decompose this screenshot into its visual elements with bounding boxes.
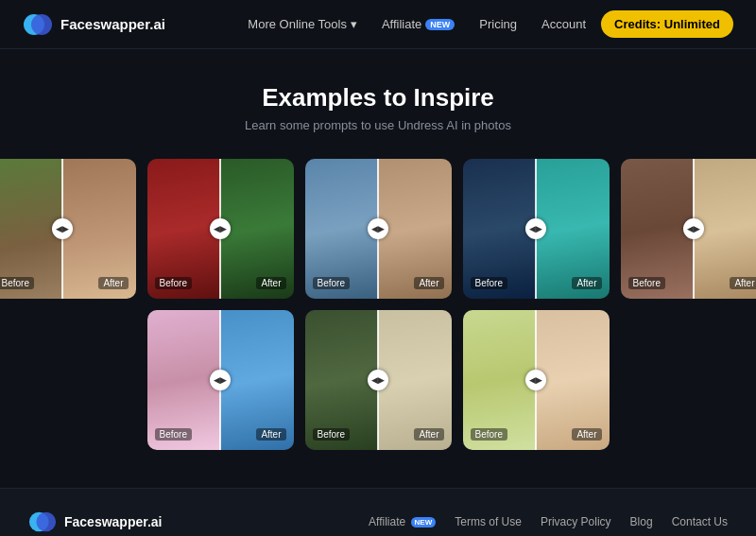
footer-top: Faceswapper.ai Affiliate New Terms of Us…: [28, 508, 728, 536]
footer-logo[interactable]: Faceswapper.ai: [28, 508, 163, 536]
logo-text: Faceswapper.ai: [60, 16, 165, 32]
footer-links: Affiliate New Terms of Use Privacy Polic…: [369, 515, 728, 528]
slider-handle-2[interactable]: ◀▶: [210, 218, 231, 239]
logo-icon: [23, 9, 53, 40]
main-nav: More Online Tools ▾ Affiliate New Pricin…: [238, 10, 733, 38]
slider-handle-7[interactable]: ◀▶: [368, 370, 388, 390]
label-after-8: After: [572, 428, 601, 441]
nav-pricing[interactable]: Pricing: [470, 11, 526, 37]
label-before-5: Before: [628, 277, 665, 289]
footer-link-contact[interactable]: Contact Us: [672, 515, 728, 528]
nav-affiliate[interactable]: Affiliate New: [372, 11, 464, 37]
footer-new-badge: New: [411, 517, 437, 527]
label-after-4: After: [572, 277, 601, 289]
slider-handle-5[interactable]: ◀▶: [683, 218, 704, 239]
compare-card-8[interactable]: ◀▶ Before After: [463, 310, 610, 450]
label-before-3: Before: [313, 277, 350, 289]
compare-card-6[interactable]: ◀▶ Before After: [147, 310, 294, 450]
label-before-4: Before: [471, 277, 507, 289]
label-before-8: Before: [471, 428, 507, 441]
label-after-6: After: [256, 428, 285, 441]
nav-account[interactable]: Account: [532, 11, 595, 37]
slider-handle-3[interactable]: ◀▶: [368, 218, 388, 239]
new-badge: New: [425, 19, 455, 30]
footer-link-blog[interactable]: Blog: [630, 515, 653, 528]
footer-link-affiliate[interactable]: Affiliate New: [369, 515, 436, 528]
label-after-1: After: [98, 277, 128, 289]
compare-card-1[interactable]: ◀▶ Before After: [0, 159, 136, 299]
section-subtitle: Learn some prompts to use Undress AI in …: [23, 118, 733, 132]
label-before-7: Before: [313, 428, 350, 441]
label-after-7: After: [414, 428, 443, 441]
image-row-1: ◀▶ Before After ◀▶ Before After: [0, 159, 756, 299]
label-after-5: After: [730, 277, 756, 289]
chevron-down-icon: ▾: [351, 17, 357, 31]
slider-handle-1[interactable]: ◀▶: [52, 218, 73, 239]
svg-point-1: [31, 14, 52, 35]
logo[interactable]: Faceswapper.ai: [23, 9, 165, 40]
main-content: Examples to Inspire Learn some prompts t…: [0, 49, 756, 488]
nav-more-tools[interactable]: More Online Tools ▾: [238, 11, 367, 37]
compare-card-5[interactable]: ◀▶ Before After: [621, 159, 757, 299]
compare-card-2[interactable]: ◀▶ Before After: [147, 159, 294, 299]
compare-card-7[interactable]: ◀▶ Before After: [305, 310, 452, 450]
footer-logo-text: Faceswapper.ai: [64, 514, 163, 529]
label-before-1: Before: [0, 277, 34, 289]
footer: Faceswapper.ai Affiliate New Terms of Us…: [0, 488, 756, 536]
image-row-2: ◀▶ Before After ◀▶ Before After: [147, 310, 610, 450]
svg-point-3: [36, 512, 56, 532]
label-after-3: After: [414, 277, 443, 289]
footer-link-terms[interactable]: Terms of Use: [455, 515, 522, 528]
footer-link-privacy[interactable]: Privacy Policy: [541, 515, 611, 528]
image-grid: ◀▶ Before After ◀▶ Before After: [23, 159, 733, 450]
label-before-2: Before: [155, 277, 192, 289]
slider-handle-4[interactable]: ◀▶: [525, 218, 546, 239]
footer-logo-icon: [28, 508, 57, 536]
section-title: Examples to Inspire: [23, 83, 733, 112]
compare-card-3[interactable]: ◀▶ Before After: [305, 159, 452, 299]
credits-button[interactable]: Credits: Unlimited: [601, 10, 733, 38]
slider-handle-6[interactable]: ◀▶: [210, 370, 231, 390]
compare-card-4[interactable]: ◀▶ Before After: [463, 159, 610, 299]
label-after-2: After: [256, 277, 285, 289]
label-before-6: Before: [155, 428, 192, 441]
slider-handle-8[interactable]: ◀▶: [525, 370, 546, 390]
